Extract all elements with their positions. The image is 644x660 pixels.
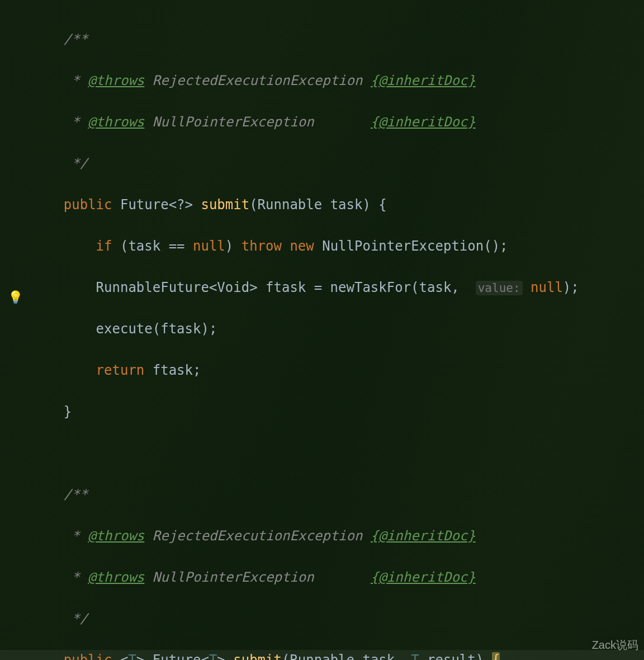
inlay-hint: value: [476, 281, 523, 295]
code-editor[interactable]: 💡 /** * @throws RejectedExecutionExcepti… [0, 0, 644, 660]
code-line: * @throws RejectedExecutionException {@i… [31, 526, 644, 546]
code-line: return ftask; [31, 360, 644, 381]
code-line: */ [31, 609, 644, 629]
code-line: if (task == null) throw new NullPointerE… [31, 236, 644, 257]
code-area[interactable]: /** * @throws RejectedExecutionException… [31, 8, 644, 660]
code-line: */ [31, 153, 644, 174]
code-line: * @throws NullPointerException {@inherit… [31, 112, 644, 133]
watermark: Zack说码 [592, 635, 638, 656]
editor-gutter: 💡 [0, 0, 27, 660]
code-line: execute(ftask); [31, 319, 644, 340]
matched-brace: { [492, 652, 500, 660]
code-line: * @throws RejectedExecutionException {@i… [31, 70, 644, 91]
code-line: /** [31, 29, 644, 50]
code-line: public Future<?> submit(Runnable task) { [31, 195, 644, 215]
code-line: RunnableFuture<Void> ftask = newTaskFor(… [31, 277, 644, 298]
code-line: } [31, 402, 644, 422]
code-line [31, 443, 644, 464]
lightbulb-icon[interactable]: 💡 [8, 287, 23, 308]
code-line: * @throws NullPointerException {@inherit… [31, 567, 644, 588]
code-line: /** [31, 484, 644, 505]
code-line-current: public <T> Future<T> submit(Runnable tas… [0, 650, 644, 660]
